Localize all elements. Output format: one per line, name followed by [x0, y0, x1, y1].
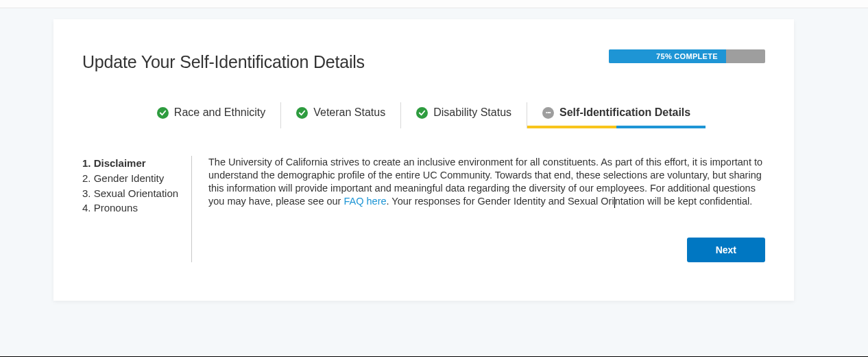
step-sidebar: Disclaimer Gender Identity Sexual Orient…	[82, 156, 192, 262]
content-area: The University of California strives to …	[192, 156, 765, 262]
progress-bar: 75% COMPLETE	[609, 49, 765, 63]
ellipsis-icon	[542, 107, 554, 119]
tab-disability-status[interactable]: Disability Status	[401, 102, 527, 128]
sidebar-item-sexual-orientation[interactable]: Sexual Orientation	[82, 186, 180, 201]
disclaimer-text: The University of California strives to …	[208, 156, 765, 209]
sidebar-item-gender-identity[interactable]: Gender Identity	[82, 171, 180, 186]
tab-self-identification[interactable]: Self-Identification Details	[527, 102, 706, 128]
next-button[interactable]: Next	[687, 238, 765, 262]
sidebar-item-disclaimer[interactable]: Disclaimer	[82, 156, 180, 171]
tab-veteran-status[interactable]: Veteran Status	[281, 102, 401, 128]
check-icon	[296, 107, 308, 119]
wizard-tabs: Race and Ethnicity Veteran Status Disabi…	[82, 102, 765, 128]
tab-label: Veteran Status	[313, 106, 385, 119]
main-card: Update Your Self-Identification Details …	[53, 19, 794, 301]
faq-link[interactable]: FAQ here	[343, 196, 386, 207]
tab-label: Self-Identification Details	[559, 106, 690, 119]
tab-label: Race and Ethnicity	[174, 106, 265, 119]
page-title: Update Your Self-Identification Details	[82, 52, 365, 72]
tab-label: Disability Status	[433, 106, 511, 119]
active-tab-underline	[527, 126, 706, 128]
text-cursor-icon	[614, 197, 615, 208]
sidebar-item-pronouns[interactable]: Pronouns	[82, 200, 180, 216]
tab-race-ethnicity[interactable]: Race and Ethnicity	[142, 102, 281, 128]
check-icon	[416, 107, 428, 119]
progress-label: 75% COMPLETE	[609, 49, 765, 63]
check-icon	[157, 107, 169, 119]
